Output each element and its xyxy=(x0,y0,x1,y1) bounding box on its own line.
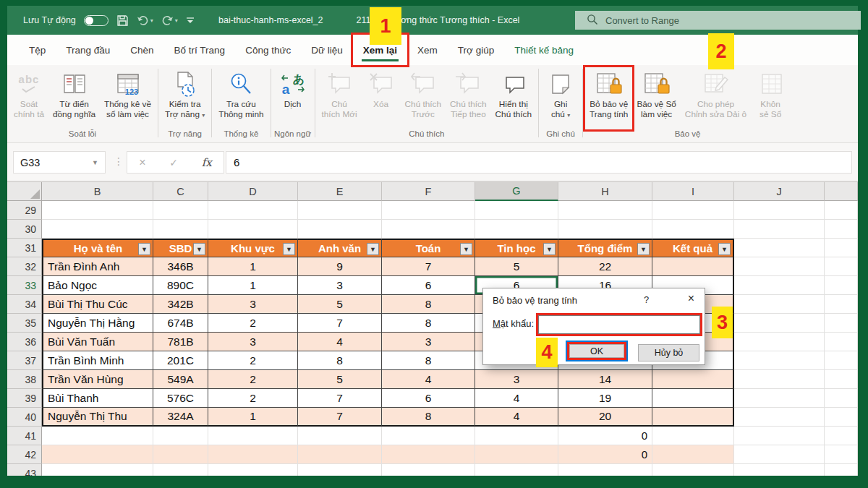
cell-C37[interactable]: 201C xyxy=(153,351,208,370)
ok-button[interactable]: OK xyxy=(569,344,624,358)
cell-I32[interactable] xyxy=(652,257,734,276)
check-accessibility-button[interactable]: Kiểm traTrợ năng ▾ xyxy=(161,67,209,129)
cell-G38[interactable]: 3 xyxy=(475,370,558,389)
row-header-38[interactable]: 38 xyxy=(7,370,42,389)
cell-J43[interactable] xyxy=(734,464,825,476)
cell-H39[interactable]: 19 xyxy=(558,389,652,408)
cell-K33[interactable] xyxy=(825,276,858,295)
cell-J37[interactable] xyxy=(734,351,825,370)
cell-C39[interactable]: 576C xyxy=(153,389,208,408)
cell-B42[interactable] xyxy=(42,445,153,464)
formula-input[interactable]: 6 xyxy=(226,151,852,174)
show-comments-button[interactable]: Hiển thịChú thích xyxy=(491,67,537,129)
cell-K31[interactable] xyxy=(825,239,858,257)
cell-H38[interactable]: 14 xyxy=(558,370,652,389)
filter-icon[interactable]: ▼ xyxy=(637,243,650,255)
cell-C40[interactable]: 324A xyxy=(153,408,208,427)
cell-G31[interactable]: Tin học▼ xyxy=(475,239,558,257)
cell-D33[interactable]: 1 xyxy=(208,276,298,295)
filter-icon[interactable]: ▼ xyxy=(460,243,472,255)
cell-K30[interactable] xyxy=(825,220,858,239)
filter-icon[interactable]: ▼ xyxy=(367,243,379,255)
cell-E33[interactable]: 3 xyxy=(298,276,382,295)
confirm-entry-icon[interactable]: ✓ xyxy=(169,157,178,168)
cell-C38[interactable]: 549A xyxy=(153,370,208,389)
cell-B33[interactable]: Bảo Ngọc xyxy=(42,276,153,295)
cell-B38[interactable]: Trần Văn Hùng xyxy=(42,370,153,389)
cell-G40[interactable]: 4 xyxy=(475,408,558,427)
redo-icon[interactable]: ▾ xyxy=(161,15,178,26)
column-header-F[interactable]: F xyxy=(382,182,475,201)
protect-workbook-button[interactable]: Bảo vệ Sổlàm việc xyxy=(632,67,680,129)
cell-I29[interactable] xyxy=(652,201,734,220)
row-header-43[interactable]: 43 xyxy=(7,464,42,476)
row-header-31[interactable]: 31 xyxy=(7,239,42,257)
cell-D43[interactable] xyxy=(208,464,298,476)
cell-E42[interactable] xyxy=(298,445,382,464)
cell-E38[interactable]: 5 xyxy=(298,370,382,389)
cell-E35[interactable]: 7 xyxy=(298,314,382,333)
cell-H31[interactable]: Tổng điểm▼ xyxy=(558,239,652,257)
cell-F38[interactable]: 4 xyxy=(382,370,475,389)
cell-G41[interactable] xyxy=(475,427,558,445)
cell-E30[interactable] xyxy=(298,220,382,239)
cell-B32[interactable]: Trần Đình Anh xyxy=(42,257,153,276)
quick-access-menu-icon[interactable] xyxy=(186,16,195,25)
cell-F33[interactable]: 6 xyxy=(382,276,475,295)
cell-G39[interactable]: 4 xyxy=(475,389,558,408)
cell-E32[interactable]: 9 xyxy=(298,257,382,276)
cell-C31[interactable]: SBD▼ xyxy=(153,239,208,257)
cell-D36[interactable]: 3 xyxy=(208,333,298,351)
cell-I30[interactable] xyxy=(652,220,734,239)
cell-K29[interactable] xyxy=(825,201,858,220)
cell-F30[interactable] xyxy=(382,220,475,239)
filter-icon[interactable]: ▼ xyxy=(138,243,150,255)
column-header-partial[interactable] xyxy=(825,182,858,201)
cell-I38[interactable] xyxy=(652,370,734,389)
unprotect-sheet-button[interactable]: Bỏ bảo vệTrang tính xyxy=(585,67,632,129)
row-header-33[interactable]: 33 xyxy=(7,276,42,295)
name-box-caret-icon[interactable]: ▼ xyxy=(92,159,105,166)
cell-F32[interactable]: 7 xyxy=(382,257,475,276)
cell-C33[interactable]: 890C xyxy=(153,276,208,295)
cell-F34[interactable]: 8 xyxy=(382,295,475,314)
cell-K43[interactable] xyxy=(825,464,858,476)
cell-E34[interactable]: 5 xyxy=(298,295,382,314)
cell-G42[interactable] xyxy=(475,445,558,464)
cell-I31[interactable]: Kết quả▼ xyxy=(652,239,734,257)
cell-C29[interactable] xyxy=(153,201,208,220)
cell-J36[interactable] xyxy=(734,333,825,351)
row-header-36[interactable]: 36 xyxy=(7,333,42,351)
thesaurus-button[interactable]: Từ điểnđồng nghĩa xyxy=(48,67,100,129)
cell-H42[interactable]: 0 xyxy=(558,445,652,464)
cell-C35[interactable]: 674B xyxy=(153,314,208,333)
cell-D39[interactable]: 2 xyxy=(208,389,298,408)
cell-K32[interactable] xyxy=(825,257,858,276)
cell-J31[interactable] xyxy=(734,239,825,257)
cell-D34[interactable]: 3 xyxy=(208,295,298,314)
cell-K41[interactable] xyxy=(825,427,858,445)
cell-B35[interactable]: Nguyễn Thị Hằng xyxy=(42,314,153,333)
cancel-button[interactable]: Hủy bỏ xyxy=(638,344,699,361)
cell-C43[interactable] xyxy=(153,464,208,476)
cell-B37[interactable]: Trần Bình Minh xyxy=(42,351,153,370)
cell-J40[interactable] xyxy=(734,408,825,427)
cell-J35[interactable] xyxy=(734,314,825,333)
search-box[interactable]: Convert to Range xyxy=(575,11,861,30)
cell-G30[interactable] xyxy=(475,220,558,239)
undo-icon[interactable]: ▾ xyxy=(137,15,153,26)
cell-J33[interactable] xyxy=(734,276,825,295)
cell-J39[interactable] xyxy=(734,389,825,408)
cell-B34[interactable]: Bùi Thị Thu Cúc xyxy=(42,295,153,314)
row-header-30[interactable]: 30 xyxy=(7,220,42,239)
cell-G32[interactable]: 5 xyxy=(475,257,558,276)
cell-K38[interactable] xyxy=(825,370,858,389)
tab-trợ-giúp[interactable]: Trợ giúp xyxy=(448,35,504,65)
cell-F40[interactable]: 8 xyxy=(382,408,475,427)
column-header-I[interactable]: I xyxy=(652,182,734,201)
row-header-41[interactable]: 41 xyxy=(7,427,42,445)
select-all-corner[interactable] xyxy=(7,182,42,201)
tab-chèn[interactable]: Chèn xyxy=(120,35,163,65)
name-box[interactable]: G33 ▼ xyxy=(13,151,106,174)
cell-C32[interactable]: 346B xyxy=(153,257,208,276)
